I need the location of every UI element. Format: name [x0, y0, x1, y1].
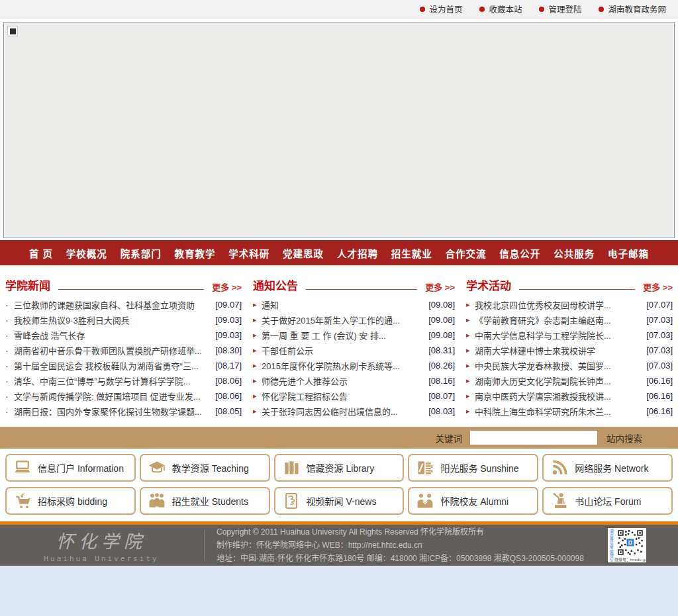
- news-item-date: [09.08]: [428, 330, 455, 340]
- news-item-text: 湖南日报：国内外专家聚怀化探讨生物数学课题...: [14, 405, 210, 418]
- quicklink-video-news[interactable]: 视频新闻 V-news: [274, 487, 405, 515]
- more-link[interactable]: 更多 >>: [212, 281, 242, 293]
- bullet-icon: ▸: [466, 407, 475, 416]
- nav-item-3[interactable]: 教育教学: [174, 246, 215, 260]
- red-dot-icon: [479, 7, 485, 12]
- news-item-text: 我校师生热议9·3胜利日大阅兵: [14, 314, 210, 326]
- nav-item-11[interactable]: 电子邮箱: [608, 246, 649, 260]
- news-item-date: [07.03]: [646, 330, 673, 340]
- list-item[interactable]: ▸第一周 重 要 工 作 (会议) 安 排...[09.08]: [253, 328, 455, 343]
- news-item-text: 清华、中南三位“博导”与数学与计算科学学院...: [14, 374, 210, 387]
- quicklink-handshake[interactable]: 怀院校友 Alumni: [408, 487, 538, 515]
- footer-copyright-block: Copyright © 2011 Huaihua University All …: [217, 525, 584, 565]
- quicklink-graduation-cap[interactable]: 教学资源 Teaching: [140, 454, 270, 482]
- column-title-underline: [58, 289, 204, 290]
- bullet-icon: ▸: [253, 331, 262, 339]
- list-item[interactable]: ▸南京中医药大学唐宗湘教授我校讲...[06.16]: [466, 388, 673, 404]
- list-item[interactable]: ▸湖南师大历史文化学院副院长钟声...[06.16]: [466, 373, 673, 388]
- list-item[interactable]: ▸我校北京四位优秀校友回母校讲学...[07.07]: [466, 297, 673, 312]
- topbar-link-label: 湖南教育政务网: [608, 3, 666, 15]
- list-item[interactable]: ·湖南日报：国内外专家聚怀化探讨生物数学课题...[08.05]: [5, 404, 242, 419]
- topbar-link-3[interactable]: 湖南教育政务网: [599, 3, 666, 15]
- bullet-icon: ▸: [466, 331, 475, 339]
- nav-item-10[interactable]: 公共服务: [554, 246, 595, 260]
- list-item[interactable]: ▸2015年度怀化学院热水刷卡系统等...[08.26]: [253, 358, 455, 373]
- list-item[interactable]: ·湖南省初中音乐骨干教师团队置换脱产研修班举...[08.30]: [5, 343, 242, 358]
- news-item-text: 湖南省初中音乐骨干教师团队置换脱产研修班举...: [14, 344, 210, 357]
- news-item-date: [09.08]: [428, 315, 455, 325]
- quicklink-books[interactable]: 馆藏资源 Library: [274, 454, 405, 482]
- quicklink-laptop[interactable]: 信息门户 Information: [5, 454, 136, 482]
- news-item-text: 怀化学院工程招标公告: [262, 390, 423, 402]
- nav-item-6[interactable]: 人才招聘: [337, 246, 378, 260]
- news-item-date: [07.03]: [646, 361, 673, 371]
- list-item[interactable]: ▸干部任前公示[08.31]: [253, 343, 455, 358]
- list-item[interactable]: ·雪峰会战 浩气长存[09.03]: [5, 328, 242, 343]
- bullet-icon: ·: [5, 361, 14, 371]
- column-title-underline: [519, 289, 635, 290]
- quicklink-building[interactable]: 阳光服务 Sunshine: [408, 454, 538, 482]
- bullet-icon: ▸: [253, 407, 262, 416]
- page-bottom-space: [0, 566, 678, 616]
- list-item[interactable]: ▸关于张玲同志因公临时出境信息的...[08.03]: [253, 404, 455, 419]
- news-item-text: 南京中医药大学唐宗湘教授我校讲...: [475, 390, 641, 402]
- list-item[interactable]: ·我校师生热议9·3胜利日大阅兵[09.03]: [5, 312, 242, 328]
- news-item-date: [08.05]: [215, 406, 242, 416]
- list-item[interactable]: ▸湖南大学林建中博士来我校讲学[07.03]: [466, 343, 673, 358]
- nav-item-2[interactable]: 院系部门: [121, 246, 162, 260]
- nav-item-9[interactable]: 信息公开: [499, 246, 540, 260]
- news-item-text: 三位教师的课题获国家自科、社科基金立项资助: [14, 298, 210, 311]
- nav-item-8[interactable]: 合作交流: [446, 246, 487, 260]
- site-search-button[interactable]: 站内搜索: [606, 431, 642, 445]
- news-item-text: 通知: [262, 298, 423, 311]
- topbar-link-2[interactable]: 管理登陆: [539, 3, 581, 15]
- bullet-icon: ▸: [253, 300, 262, 309]
- list-item[interactable]: ▸关于做好2015年新生入学工作的通...[09.08]: [253, 312, 455, 328]
- bullet-icon: ·: [5, 345, 14, 356]
- search-input[interactable]: [470, 431, 597, 445]
- list-item[interactable]: ▸中南大学信息科学与工程学院院长...[07.03]: [466, 328, 673, 343]
- news-item-date: [08.03]: [428, 406, 455, 416]
- news-item-date: [08.06]: [215, 376, 242, 386]
- quicklink-label: 网络服务 Network: [575, 461, 648, 474]
- bullet-icon: ▸: [466, 361, 475, 370]
- quicklink-label: 馆藏资源 Library: [307, 461, 375, 474]
- news-item-date: [08.31]: [428, 345, 455, 355]
- list-item[interactable]: ▸通知[09.08]: [253, 297, 455, 312]
- list-item[interactable]: ▸中科院上海生命科学研究所朱木兰...[06.16]: [466, 404, 673, 419]
- bullet-icon: ▸: [253, 346, 262, 355]
- list-item[interactable]: ▸怀化学院工程招标公告[08.07]: [253, 388, 455, 404]
- nav-item-4[interactable]: 学术科研: [228, 246, 269, 260]
- nav-item-7[interactable]: 招生就业: [391, 246, 432, 260]
- list-item[interactable]: ·文学与新闻传播学院: 做好国培项目 促进专业发...[08.06]: [5, 388, 242, 404]
- more-link[interactable]: 更多 >>: [643, 281, 673, 293]
- nav-item-5[interactable]: 党建思政: [283, 246, 324, 260]
- bullet-icon: ▸: [466, 316, 475, 324]
- quicklink-speaker[interactable]: 书山论坛 Forum: [542, 487, 673, 515]
- more-link[interactable]: 更多 >>: [425, 281, 455, 293]
- topbar-link-0[interactable]: 设为首页: [420, 3, 462, 15]
- topbar-link-1[interactable]: 收藏本站: [479, 3, 522, 15]
- bullet-icon: ▸: [253, 392, 262, 400]
- video-news-icon: [282, 492, 301, 510]
- nav-item-0[interactable]: 首 页: [29, 246, 53, 260]
- graduation-cap-icon: [148, 459, 166, 477]
- list-item[interactable]: ·清华、中南三位“博导”与数学与计算科学学院...[08.06]: [5, 373, 242, 388]
- column-title: 通知公告: [253, 277, 298, 293]
- news-section: 学院新闻更多 >>·三位教师的课题获国家自科、社科基金立项资助[09.07]·我…: [0, 265, 678, 427]
- news-item-text: 第一周 重 要 工 作 (会议) 安 排...: [262, 329, 423, 341]
- list-item[interactable]: ▸师德先进个人推荐公示[08.16]: [253, 373, 455, 388]
- list-item[interactable]: ·第十届全国民运会 我校板鞋队为湖南省勇夺“三...[08.17]: [5, 358, 242, 373]
- list-item[interactable]: ▸《学前教育研究》杂志副主编赵南...[07.03]: [466, 312, 673, 328]
- quicklink-rss[interactable]: 网络服务 Network: [542, 454, 673, 482]
- nav-item-1[interactable]: 学校概况: [66, 246, 107, 260]
- quicklink-cart[interactable]: 招标采购 bidding: [5, 487, 136, 515]
- quicklink-people[interactable]: 招生就业 Students: [140, 487, 270, 515]
- list-item[interactable]: ▸中央民族大学龙春林教授、美国罗...[07.03]: [466, 358, 673, 373]
- logo-chinese-text: 怀化学院: [25, 527, 177, 553]
- bullet-icon: ·: [5, 330, 14, 341]
- list-item[interactable]: ·三位教师的课题获国家自科、社科基金立项资助[09.07]: [5, 297, 242, 312]
- news-list: ·三位教师的课题获国家自科、社科基金立项资助[09.07]·我校师生热议9·3胜…: [5, 297, 242, 419]
- wechat-qr-code: 湖南教育政务网微信: [608, 528, 646, 562]
- topbar-links: 设为首页收藏本站管理登陆湖南教育政务网: [403, 3, 666, 16]
